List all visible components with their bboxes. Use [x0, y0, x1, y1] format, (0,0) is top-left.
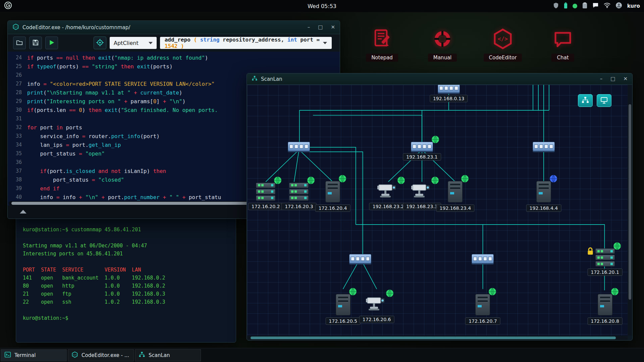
minimize-button[interactable]: –: [308, 25, 310, 30]
avatar-icon[interactable]: [615, 2, 622, 10]
taskbar-item-scanlan[interactable]: ScanLan: [135, 349, 201, 361]
desktop: Notepad Manual </> CodeEditor Chat: [0, 0, 644, 362]
desktop-icon-label: CodeEditor: [484, 54, 522, 62]
os-logo-icon[interactable]: [4, 1, 12, 11]
battery-icon[interactable]: [564, 2, 568, 10]
save-button[interactable]: [29, 37, 42, 49]
network-node-192.168.23.2[interactable]: 192.168.23.2: [377, 183, 399, 201]
internet-globe-icon: [488, 287, 497, 297]
network-layout-button[interactable]: [578, 94, 593, 107]
network-node-172.16.20.3[interactable]: 172.16.20.3: [289, 183, 309, 201]
internet-globe-icon: [610, 287, 619, 297]
network-node-192.168.4.4[interactable]: 192.168.4.4: [536, 181, 551, 202]
terminal-line: PORT STATE SERVICE VERSION LAN: [23, 266, 230, 274]
function-signature-dropdown[interactable]: add_repo ( string repository_address, in…: [160, 37, 332, 49]
network-node-172.16.20.1[interactable]: 172.16.20.1: [595, 248, 615, 266]
open-file-button[interactable]: [13, 37, 26, 49]
taskbar-item-codeeditor[interactable]: </> CodeEditor.exe - ...: [68, 349, 134, 361]
network-node-172.16.20.5[interactable]: 172.16.20.5: [336, 294, 351, 315]
terminal-line: 80 open http 1.0.0 192.168.0.2: [23, 282, 230, 290]
internet-globe-icon: [338, 174, 347, 184]
chat-tray-icon[interactable]: [592, 2, 599, 10]
monitor-view-button[interactable]: [597, 94, 611, 107]
api-library-dropdown[interactable]: AptClient: [110, 37, 157, 49]
network-node-172.16.20.6[interactable]: 172.16.20.6: [366, 296, 387, 314]
network-node-192.168.23.1[interactable]: 192.168.23.1: [411, 142, 433, 151]
node-ip-label: 172.16.20.4: [315, 204, 351, 212]
svg-text:</>: </>: [73, 353, 77, 356]
crosshair-icon: [96, 39, 104, 48]
shield-icon[interactable]: [553, 2, 559, 10]
desktop-icon-codeeditor[interactable]: </> CodeEditor: [473, 28, 533, 62]
network-node-172.16.20.4[interactable]: 172.16.20.4: [325, 181, 340, 202]
terminal-line: [23, 234, 230, 242]
network-map[interactable]: 192.168.0.13192.168.23.1172.16.20.2172.1…: [247, 85, 628, 336]
terminal-line: kuro@station:~$ customnmap 45.86.41.201: [23, 226, 230, 234]
internet-globe-icon: [385, 289, 394, 299]
terminal-line: [23, 306, 230, 314]
wifi-icon[interactable]: [604, 3, 610, 9]
terminal-icon: [4, 351, 11, 359]
network-node-switch[interactable]: [472, 254, 494, 263]
taskbar-item-terminal[interactable]: Terminal: [1, 349, 67, 361]
desktop-icon-manual[interactable]: Manual: [412, 28, 473, 62]
username[interactable]: kuro: [627, 3, 640, 9]
switch-device-icon: [349, 254, 371, 263]
node-ip-label: 172.16.20.7: [465, 317, 500, 325]
network-node-switch[interactable]: [349, 254, 371, 263]
network-tree-icon: [139, 351, 145, 359]
camera-device-icon: [411, 183, 433, 201]
desktop-icon-notepad[interactable]: Notepad: [352, 28, 412, 62]
close-button[interactable]: ✕: [331, 25, 335, 30]
api-library-value: AptClient: [114, 40, 139, 46]
network-node-172.16.20.7[interactable]: 172.16.20.7: [475, 294, 490, 315]
network-node-172.16.20.8[interactable]: 172.16.20.8: [598, 294, 612, 315]
taskbar-item-label: Terminal: [14, 352, 36, 358]
desktop-icon-chat[interactable]: Chat: [533, 28, 593, 62]
terminal-line: kuro@station:~$: [23, 314, 230, 322]
node-ip-label: 172.16.20.3: [281, 203, 317, 210]
terminal-line: [23, 258, 230, 266]
node-ip-label: 192.168.23.4: [436, 204, 475, 212]
maximize-button[interactable]: □: [610, 76, 615, 81]
network-node-switch[interactable]: [533, 142, 555, 151]
scanlan-titlebar[interactable]: ScanLan – □ ✕: [247, 73, 632, 85]
floppy-icon: [32, 39, 39, 47]
maximize-button[interactable]: □: [318, 25, 323, 30]
node-ip-label: 172.16.20.5: [325, 317, 361, 325]
code-editor-titlebar[interactable]: </> CodeEditor.exe - /home/kuro/customnm…: [8, 21, 340, 34]
folder-icon: [16, 39, 23, 47]
network-node-192.168.23.4[interactable]: 192.168.23.4: [448, 181, 463, 202]
network-node-172.16.20.2[interactable]: 172.16.20.2: [256, 183, 275, 201]
internet-globe-icon: [307, 176, 315, 186]
minimize-button[interactable]: –: [600, 76, 603, 81]
camera-device-icon: [377, 183, 399, 201]
network-tree-icon: [581, 96, 589, 105]
status-dot-icon[interactable]: [573, 4, 577, 8]
expand-up-icon[interactable]: [20, 210, 26, 214]
codeeditor-icon: </>: [492, 28, 514, 51]
run-button[interactable]: [45, 37, 58, 49]
network-node-192.168.23.3[interactable]: 192.168.23.3: [411, 183, 433, 201]
codeeditor-window-icon: </>: [12, 23, 19, 32]
switch-device-icon: [533, 142, 555, 151]
taskbar-item-label: CodeEditor.exe - ...: [82, 352, 129, 358]
node-ip-label: 192.168.4.4: [526, 204, 561, 212]
map-vertical-scrollbar[interactable]: [628, 85, 632, 336]
scrollbar-thumb[interactable]: [629, 104, 631, 300]
server-device-icon: [256, 183, 275, 201]
close-button[interactable]: ✕: [623, 76, 628, 81]
chevron-down-icon: [323, 42, 327, 44]
server-device-icon: [595, 248, 615, 266]
desktop-icon-label: Manual: [428, 54, 457, 62]
network-node-192.168.0.13[interactable]: 192.168.0.13: [438, 85, 460, 93]
camera-device-icon: [366, 296, 387, 314]
scrollbar-thumb[interactable]: [251, 337, 616, 339]
node-ip-label: 192.168.23.2: [369, 203, 408, 210]
network-node-switch[interactable]: [288, 142, 310, 151]
svg-text:</>: </>: [14, 25, 18, 28]
terminal-line: 22 open ssh 1.0.2 192.168.0.3: [23, 298, 230, 306]
map-horizontal-scrollbar[interactable]: [247, 336, 628, 340]
api-scope-button[interactable]: [94, 37, 106, 49]
clipboard-icon[interactable]: [582, 2, 587, 10]
